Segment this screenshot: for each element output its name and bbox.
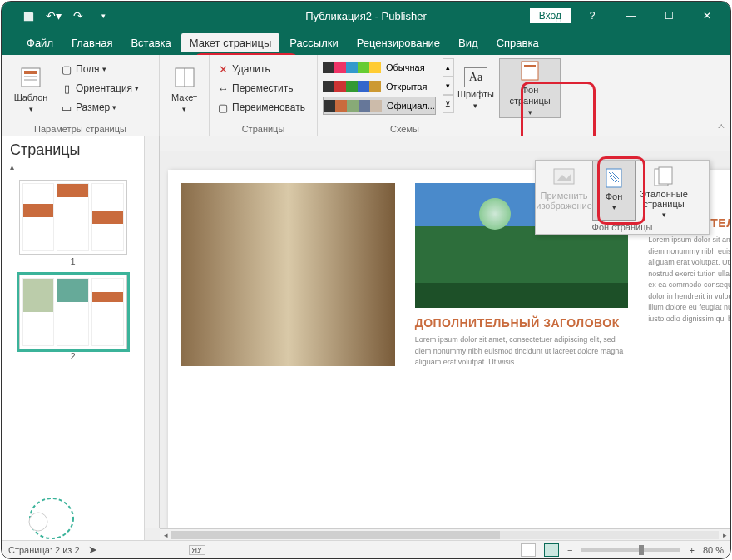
- scheme-down[interactable]: ▾: [443, 77, 454, 95]
- ribbon-collapse-icon[interactable]: ㅅ: [717, 121, 725, 132]
- zoom-in-icon[interactable]: +: [689, 545, 694, 555]
- zoom-slider[interactable]: [581, 548, 680, 552]
- ribbon: Шаблон ▾ ▢Поля▾ ▯Ориентация▾ ▭Размер▾ Па…: [2, 55, 730, 136]
- redo-icon[interactable]: ↷: [68, 6, 88, 26]
- rename-page-button[interactable]: ▢Переименовать: [215, 98, 307, 116]
- ruler-vertical[interactable]: [145, 151, 160, 528]
- group-pages-label: Страницы: [215, 124, 312, 136]
- horizontal-scrollbar[interactable]: ◂ ▸: [160, 528, 730, 540]
- template-button[interactable]: Шаблон ▾: [7, 58, 55, 120]
- tab-view[interactable]: Вид: [450, 33, 487, 52]
- page-bg-label: Фон страницы: [500, 85, 560, 107]
- dropdown-icon: ▾: [528, 108, 532, 117]
- tab-help[interactable]: Справка: [488, 33, 547, 52]
- page-background-button[interactable]: Фон страницы ▾: [499, 58, 561, 118]
- scroll-left-icon[interactable]: ◂: [160, 531, 171, 539]
- template-label: Шаблон: [14, 92, 48, 103]
- ribbon-tabs: Файл Главная Вставка Макет страницы Расс…: [2, 30, 730, 55]
- orientation-button[interactable]: ▯Ориентация▾: [58, 79, 141, 97]
- scheme-open[interactable]: Открытая: [323, 77, 436, 96]
- tab-pagelayout[interactable]: Макет страницы: [181, 33, 280, 52]
- dropdown-icon: ▾: [473, 102, 477, 111]
- delete-page-button[interactable]: ✕Удалить: [215, 60, 307, 78]
- doc-body-2: Lorem ipsum dolor sit amet, consectetuer…: [648, 235, 730, 325]
- scheme-up[interactable]: ▴: [443, 58, 454, 77]
- scroll-right-icon[interactable]: ▸: [719, 531, 730, 539]
- thumb-2-label: 2: [10, 351, 136, 361]
- size-icon: ▭: [60, 101, 73, 114]
- orientation-icon: ▯: [60, 82, 73, 95]
- bubble-decoration: [27, 493, 77, 543]
- fonts-button[interactable]: Aa Шрифты ▾: [458, 58, 494, 120]
- tab-review[interactable]: Рецензирование: [349, 33, 448, 52]
- page-thumbnail-2[interactable]: [19, 275, 127, 349]
- group-params-label: Параметры страницы: [7, 124, 154, 136]
- svg-rect-3: [24, 79, 37, 81]
- fonts-label: Шрифты: [458, 89, 494, 100]
- pages-panel: Страницы ▴ 1 2: [2, 136, 145, 540]
- size-button[interactable]: ▭Размер▾: [58, 98, 141, 116]
- svg-rect-6: [522, 62, 538, 80]
- fonts-icon: Aa: [464, 67, 487, 87]
- view-single-icon[interactable]: [521, 543, 536, 557]
- qat-more-icon[interactable]: ▾: [93, 6, 113, 26]
- tab-mailings[interactable]: Рассылки: [281, 33, 346, 52]
- minimize-icon[interactable]: —: [614, 4, 647, 27]
- svg-rect-12: [606, 169, 621, 187]
- signin-button[interactable]: Вход: [530, 8, 571, 23]
- tab-insert[interactable]: Вставка: [122, 33, 179, 52]
- titlebar: ↶▾ ↷ ▾ Публикация2 - Publisher Вход ? — …: [2, 2, 730, 30]
- close-icon[interactable]: ✕: [690, 4, 724, 27]
- image-icon: [551, 166, 577, 189]
- tab-home[interactable]: Главная: [63, 33, 121, 52]
- view-spread-icon[interactable]: [544, 543, 559, 557]
- svg-point-9: [29, 513, 47, 531]
- layout-label: Макет: [171, 92, 197, 103]
- pages-panel-title: Страницы: [10, 141, 136, 159]
- master-pages-icon: [650, 166, 677, 187]
- svg-rect-1: [24, 71, 37, 74]
- scheme-more[interactable]: ⊻: [443, 95, 454, 113]
- margins-button[interactable]: ▢Поля▾: [58, 60, 141, 78]
- tab-file[interactable]: Файл: [18, 33, 62, 52]
- ruler-horizontal[interactable]: [160, 136, 730, 151]
- delete-icon: ✕: [216, 62, 230, 76]
- group-schemes-label: Схемы: [323, 124, 487, 136]
- ruler-corner: [145, 136, 160, 151]
- background-button[interactable]: Фон ▾: [592, 161, 636, 221]
- doc-heading-1: ДОПОЛНИТЕЛЬНЫЙ ЗАГОЛОВОК: [415, 316, 629, 330]
- thumb-1-label: 1: [10, 256, 136, 266]
- page-background-popup: Применить изображение Фон ▾ Эталонные ст…: [535, 160, 710, 235]
- language-indicator[interactable]: ЯУ: [189, 545, 205, 555]
- scheme-normal[interactable]: Обычная: [323, 58, 436, 77]
- dropdown-icon: ▾: [182, 105, 186, 114]
- save-icon[interactable]: [18, 6, 38, 26]
- maximize-icon[interactable]: ☐: [652, 4, 685, 27]
- scroll-thumb[interactable]: [171, 531, 500, 539]
- svg-rect-7: [524, 65, 536, 67]
- master-pages-button[interactable]: Эталонные страницы ▾: [636, 161, 692, 221]
- margins-icon: ▢: [60, 62, 73, 76]
- dropdown-icon: ▾: [662, 211, 666, 219]
- zoom-out-icon[interactable]: −: [567, 545, 572, 555]
- doc-body-1: Lorem ipsum dolor sit amet, consectetuer…: [415, 335, 629, 369]
- move-page-button[interactable]: ↔Переместить: [215, 79, 307, 97]
- layout-button[interactable]: Макет ▾: [165, 58, 204, 120]
- popup-group-label: Фон страницы: [536, 222, 709, 232]
- svg-rect-14: [659, 167, 672, 184]
- dropdown-icon: ▾: [612, 203, 616, 211]
- zoom-value[interactable]: 80 %: [703, 545, 724, 555]
- statusbar: Страница: 2 из 2 ➤ ЯУ − + 80 %: [2, 540, 730, 558]
- rename-icon: ▢: [216, 101, 230, 114]
- layout-icon: [171, 64, 198, 91]
- move-icon: ↔: [216, 82, 230, 95]
- undo-icon[interactable]: ↶▾: [43, 6, 63, 26]
- apply-image-button: Применить изображение: [536, 161, 592, 221]
- collapse-icon[interactable]: ▴: [10, 162, 136, 171]
- page-thumbnail-1[interactable]: [19, 180, 127, 255]
- template-icon: [17, 64, 44, 91]
- page-indicator[interactable]: Страница: 2 из 2: [8, 545, 80, 555]
- page-bg-icon: [517, 59, 543, 83]
- help-icon[interactable]: ?: [576, 4, 609, 27]
- scheme-official[interactable]: Официал...: [323, 97, 436, 115]
